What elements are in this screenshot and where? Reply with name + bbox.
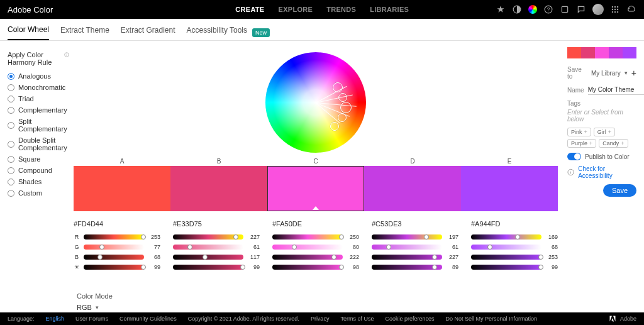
footer-cookies[interactable]: Cookie preferences	[385, 316, 434, 322]
harmony-complementary[interactable]: Complementary	[8, 106, 69, 114]
hex-value[interactable]: #A944FD	[471, 220, 558, 228]
hex-value[interactable]: #FA50DE	[272, 220, 359, 228]
wheel-node-a[interactable]	[333, 82, 343, 92]
add-library-icon[interactable]: +	[631, 68, 636, 78]
tag-chip-pink[interactable]: Pink	[567, 128, 591, 136]
slider-r[interactable]	[372, 234, 442, 240]
nav-libraries[interactable]: LIBRARIES	[370, 6, 409, 13]
save-button[interactable]: Save	[603, 184, 636, 197]
nav-trends[interactable]: TRENDS	[326, 6, 356, 13]
preview-swatch[interactable]	[581, 47, 595, 58]
slider-r[interactable]	[272, 234, 343, 240]
hex-value[interactable]: #FD4D44	[74, 220, 160, 228]
slider-brightness[interactable]	[372, 265, 442, 270]
swatch-c[interactable]	[267, 166, 364, 211]
footer-forums[interactable]: User Forums	[75, 316, 108, 322]
tag-chip-candy[interactable]: Candy	[599, 139, 628, 148]
wheel-node-c[interactable]	[340, 102, 352, 113]
tag-chip-purple[interactable]: Purple	[567, 139, 596, 148]
harmony-analogous[interactable]: Analogous	[8, 72, 69, 80]
publish-toggle[interactable]	[567, 153, 581, 160]
preview-swatch[interactable]	[595, 47, 609, 58]
cc-icon[interactable]	[626, 4, 636, 14]
slider-g[interactable]	[471, 245, 541, 250]
slider-brightness[interactable]	[471, 265, 541, 270]
apps-icon[interactable]	[610, 4, 620, 14]
swatch-a[interactable]	[74, 166, 170, 211]
harmony-double-split-complementary[interactable]: Double Split Complementary	[8, 136, 69, 151]
check-accessibility-link[interactable]: Check for Accessibility	[578, 165, 636, 179]
info-icon[interactable]	[64, 51, 69, 58]
slider-b[interactable]	[84, 255, 144, 260]
slider-g[interactable]	[84, 245, 144, 250]
chat-icon[interactable]	[576, 4, 586, 14]
lang-select[interactable]: English	[46, 316, 65, 322]
tab-color-wheel[interactable]: Color Wheel	[8, 25, 49, 40]
wheel-node-d[interactable]	[338, 113, 347, 122]
svg-point-4	[612, 6, 613, 8]
tab-extract-gradient[interactable]: Extract Gradient	[121, 26, 175, 40]
wheel-node-e[interactable]	[330, 122, 339, 131]
slider-g[interactable]	[272, 245, 343, 250]
harmony-compound[interactable]: Compound	[8, 167, 69, 174]
tab-accessibility[interactable]: Accessibility Tools	[187, 26, 247, 40]
slider-b[interactable]	[471, 255, 541, 260]
slider-r[interactable]	[173, 234, 243, 240]
harmony-shades[interactable]: Shades	[8, 178, 69, 185]
slider-brightness[interactable]	[272, 265, 343, 270]
avatar[interactable]	[592, 4, 604, 15]
help-icon[interactable]: ?	[543, 4, 553, 14]
footer-terms[interactable]: Terms of Use	[340, 316, 374, 322]
slider-b[interactable]	[173, 255, 243, 260]
nav-create[interactable]: CREATE	[235, 6, 264, 13]
slider-g[interactable]	[372, 245, 442, 250]
swatch-e[interactable]	[461, 166, 558, 211]
slider-g[interactable]	[173, 245, 243, 250]
color-wheel-icon[interactable]	[528, 5, 537, 14]
harmony-item-label: Analogous	[18, 72, 51, 80]
tag-chip-girl[interactable]: Girl	[594, 128, 615, 136]
preview-swatch[interactable]	[623, 47, 636, 58]
tab-extract-theme[interactable]: Extract Theme	[60, 26, 109, 40]
chevron-down-icon: ▾	[625, 70, 628, 76]
swatch-b[interactable]	[170, 166, 267, 211]
slider-col-e: #A944FD1696825399	[471, 220, 558, 270]
svg-point-17	[570, 171, 571, 172]
slider-col-b: #E33D752276111799	[173, 220, 260, 270]
contrast-icon[interactable]	[512, 4, 522, 14]
slider-r[interactable]	[471, 234, 541, 240]
svg-point-11	[614, 11, 616, 13]
tags-input[interactable]: Enter or Select from below	[567, 109, 636, 123]
color-wheel[interactable]	[265, 52, 366, 153]
slider-brightness[interactable]	[173, 265, 243, 270]
svg-point-12	[617, 11, 618, 13]
harmony-custom[interactable]: Custom	[8, 189, 69, 197]
harmony-monochromatic[interactable]: Monochromatic	[8, 84, 69, 91]
harmony-triad[interactable]: Triad	[8, 95, 69, 102]
color-mode-select[interactable]: RGB ▾	[77, 304, 99, 311]
slider-b[interactable]	[272, 255, 343, 260]
slider-brightness[interactable]	[84, 265, 144, 270]
harmony-square[interactable]: Square	[8, 155, 69, 163]
theme-name-input[interactable]	[588, 85, 644, 95]
saveto-label: Save to	[567, 66, 587, 80]
learn-icon[interactable]	[560, 4, 570, 14]
swatch-d[interactable]	[364, 166, 461, 211]
wheel-node-b[interactable]	[338, 93, 347, 102]
slider-r[interactable]	[84, 234, 144, 240]
star-icon[interactable]	[496, 4, 506, 14]
svg-point-8	[614, 9, 616, 10]
hex-value[interactable]: #E33D75	[173, 220, 260, 228]
hex-value[interactable]: #C53DE3	[372, 220, 458, 228]
svg-rect-18	[570, 172, 571, 174]
nav-explore[interactable]: EXPLORE	[279, 6, 313, 13]
slider-b[interactable]	[372, 255, 442, 260]
brand-logo[interactable]: Adobe Color	[8, 5, 53, 14]
preview-swatch[interactable]	[609, 47, 623, 58]
harmony-split-complementary[interactable]: Split Complementary	[8, 118, 69, 133]
footer-donotsell[interactable]: Do Not Sell My Personal Information	[445, 316, 537, 322]
footer-guidelines[interactable]: Community Guidelines	[119, 316, 177, 322]
library-select[interactable]: My Library	[591, 70, 621, 77]
footer-privacy[interactable]: Privacy	[311, 316, 330, 322]
preview-swatch[interactable]	[567, 47, 581, 58]
